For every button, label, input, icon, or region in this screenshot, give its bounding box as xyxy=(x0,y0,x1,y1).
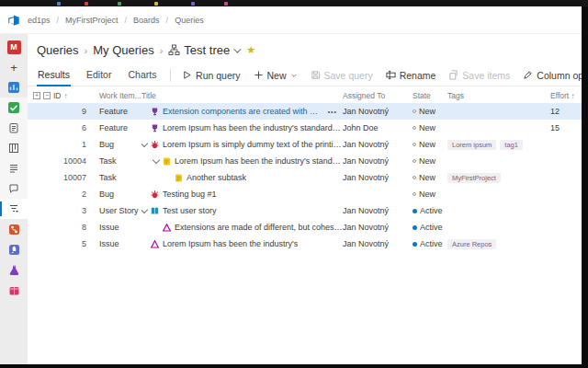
work-item-id: 1 xyxy=(28,140,92,149)
work-items-icon[interactable] xyxy=(0,118,28,138)
column-header-id[interactable]: ID xyxy=(53,91,62,100)
column-header-work-item-type[interactable]: Work Item... xyxy=(92,91,141,100)
work-item-row[interactable]: 2BugTesting bug #1New xyxy=(28,186,582,202)
tab-editor[interactable]: Editor xyxy=(85,64,112,86)
table-header-row: + − ID ↑ Work Item... Title Assigned To … xyxy=(28,88,582,103)
work-item-title-cell: Another subtask xyxy=(141,173,343,182)
bug-icon xyxy=(151,190,159,199)
row-context-menu-icon[interactable]: ••• xyxy=(322,109,343,115)
boards-icon[interactable] xyxy=(0,98,28,118)
state-value: New xyxy=(419,190,435,199)
work-item-type: User Story xyxy=(92,206,141,215)
new-button[interactable]: New xyxy=(254,70,298,81)
repos-icon[interactable] xyxy=(0,219,28,239)
expand-chevron-icon[interactable] xyxy=(141,140,148,147)
state-value: New xyxy=(419,123,435,132)
tags-cell: Azure Repos xyxy=(447,239,550,249)
tag-pill[interactable]: Azure Repos xyxy=(447,239,496,249)
column-header-assigned-to[interactable]: Assigned To xyxy=(343,91,413,100)
breadcrumb-item[interactable]: Queries xyxy=(175,16,204,25)
work-item-title-link[interactable]: Lorem Ipsum has been the industry's xyxy=(163,239,298,248)
collapse-all-icon[interactable]: − xyxy=(43,92,51,99)
column-header-state[interactable]: State xyxy=(413,91,447,100)
assigned-to: Jan Novotný xyxy=(343,239,413,248)
tab-charts[interactable]: Charts xyxy=(127,64,157,86)
backlogs-icon[interactable] xyxy=(0,158,28,178)
my-queries-link[interactable]: My Queries xyxy=(93,43,153,57)
work-item-row[interactable]: 10007TaskAnother subtaskJan NovotnýNewMy… xyxy=(28,169,582,186)
work-item-row[interactable]: 9FeatureExtension components are created… xyxy=(28,103,582,120)
artifacts-icon[interactable] xyxy=(0,280,28,300)
work-item-title-link[interactable]: Extension components are created with we… xyxy=(163,107,322,116)
work-item-title-link[interactable]: Test user story xyxy=(163,206,217,215)
work-item-id: 10004 xyxy=(28,156,92,166)
breadcrumb-item[interactable]: MyFirstProject xyxy=(65,16,119,25)
left-nav-rail: M + xyxy=(0,34,28,364)
favorite-star-icon[interactable]: ★ xyxy=(246,44,255,56)
project-avatar[interactable]: M xyxy=(0,37,28,57)
work-item-title-link[interactable]: Testing bug #1 xyxy=(163,190,217,199)
work-item-title-link[interactable]: Lorem Ipsum is simply dummy text of the … xyxy=(163,140,343,149)
queries-icon[interactable] xyxy=(0,199,28,219)
azure-devops-window: ed1ps/MyFirstProject/Boards/Queries M + xyxy=(0,6,582,364)
column-header-title[interactable]: Title xyxy=(141,91,343,100)
pipelines-icon[interactable] xyxy=(0,239,28,259)
expand-chevron-icon[interactable] xyxy=(141,206,148,213)
state-cell: New xyxy=(413,107,447,116)
state-value: New xyxy=(419,140,435,149)
tag-pill[interactable]: Lorem ipsum xyxy=(447,140,496,150)
work-item-row[interactable]: 6FeatureLorem Ipsum has been the industr… xyxy=(28,120,582,136)
assigned-to: Jan Novotný xyxy=(343,107,413,116)
command-bar: ResultsEditorCharts Run queryNewSave que… xyxy=(28,63,582,86)
work-item-row[interactable]: 5IssueLorem Ipsum has been the industry'… xyxy=(28,236,582,252)
expand-all-icon[interactable]: + xyxy=(33,92,40,99)
state-cell: New xyxy=(413,156,447,166)
query-header: Queries › My Queries › Test tree ★ xyxy=(28,34,582,63)
column-header-effort[interactable]: Effort ↑ xyxy=(550,91,582,100)
add-icon[interactable]: + xyxy=(0,57,28,77)
save-items-button: Save items xyxy=(448,70,510,81)
feature-icon xyxy=(151,108,159,116)
work-item-row[interactable]: 3User StoryTest user storyJan NovotnýAct… xyxy=(28,202,582,219)
breadcrumb-separator: › xyxy=(160,45,164,56)
state-value: New xyxy=(419,173,435,182)
work-item-title-link[interactable]: Lorem Ipsum has been the industry's stan… xyxy=(163,123,343,132)
tag-pill[interactable]: MyFirstProject xyxy=(447,173,501,183)
column-options-button[interactable]: Column options xyxy=(523,70,582,81)
work-item-title-link[interactable]: Lorem Ipsum has been the industry's stan… xyxy=(175,156,343,166)
test-plans-icon[interactable] xyxy=(0,259,28,280)
work-item-title-link[interactable]: Extensions are made of different, but co… xyxy=(175,223,343,232)
state-value: New xyxy=(419,107,435,116)
work-item-id: 9 xyxy=(28,107,92,116)
state-dot-icon xyxy=(413,225,417,230)
board-icon[interactable] xyxy=(0,138,28,158)
rename-button[interactable]: Rename xyxy=(386,70,436,81)
column-header-tags[interactable]: Tags xyxy=(447,91,550,100)
queries-link[interactable]: Queries xyxy=(37,43,79,57)
run-query-button[interactable]: Run query xyxy=(182,70,240,81)
breadcrumb-item[interactable]: Boards xyxy=(133,16,160,25)
sprints-icon[interactable] xyxy=(0,178,28,199)
work-item-id: 8 xyxy=(28,223,92,232)
breadcrumb-item[interactable]: ed1ps xyxy=(28,16,51,25)
work-item-row[interactable]: 8IssueExtensions are made of different, … xyxy=(28,219,582,236)
breadcrumb-separator: / xyxy=(57,16,60,25)
tag-pill[interactable]: tag1 xyxy=(500,140,523,150)
tags-cell: Lorem ipsumtag1 xyxy=(447,140,550,150)
dashboards-icon[interactable] xyxy=(0,77,28,98)
query-name-dropdown[interactable]: Test tree xyxy=(168,43,239,57)
work-item-title-link[interactable]: Another subtask xyxy=(187,173,246,182)
expand-chevron-icon[interactable] xyxy=(153,156,160,164)
task-icon xyxy=(175,174,183,182)
main-content: Queries › My Queries › Test tree ★ Resul… xyxy=(28,34,582,364)
browser-chrome-strip xyxy=(0,0,588,6)
work-item-type: Issue xyxy=(92,223,141,232)
work-item-row[interactable]: 10004TaskLorem Ipsum has been the indust… xyxy=(28,153,582,169)
azure-devops-logo[interactable] xyxy=(0,14,28,27)
work-item-row[interactable]: 1BugLorem Ipsum is simply dummy text of … xyxy=(28,136,582,153)
toolbar: Run queryNewSave queryRenameSave itemsCo… xyxy=(182,70,582,81)
state-cell: Active xyxy=(413,206,447,215)
tab-results[interactable]: Results xyxy=(37,64,71,86)
work-item-type: Feature xyxy=(92,107,141,116)
breadcrumb-separator: › xyxy=(85,45,88,56)
